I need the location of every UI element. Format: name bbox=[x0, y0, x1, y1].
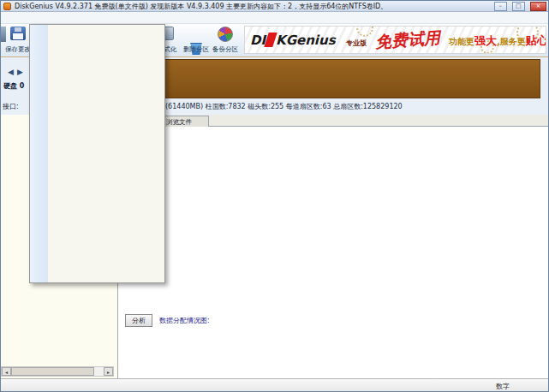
clipped-toolbar-icon[interactable] bbox=[1, 27, 6, 42]
save-changes-icon[interactable] bbox=[10, 27, 26, 40]
next-disk-arrow-icon[interactable]: ▶ bbox=[15, 68, 25, 76]
tab-browse-files[interactable]: 浏览文件 bbox=[160, 116, 209, 127]
maximize-button[interactable]: □ bbox=[512, 2, 525, 11]
backup-partition-label: 备份分区 bbox=[212, 45, 238, 54]
delete-partition-label: 删除分区 bbox=[183, 45, 209, 54]
banner-edition: 专业版 bbox=[346, 39, 367, 48]
scrollbar-thumb[interactable] bbox=[11, 367, 94, 376]
disk-label: 硬盘 0 bbox=[3, 81, 24, 91]
prev-disk-arrow-icon[interactable]: ◀ bbox=[6, 68, 15, 76]
data-allocation-label: 数据分配情况图: bbox=[159, 314, 210, 327]
status-bar: 数字 bbox=[1, 378, 548, 392]
promo-banner[interactable]: DIKGenius 专业版 免费试用 功能更强大,服务更贴心 bbox=[244, 26, 546, 54]
partition-detail-panel: 分区参数 浏览文件 分析 数据分配情况图: bbox=[118, 115, 549, 378]
menubar bbox=[1, 12, 548, 24]
analyze-button[interactable]: 分析 bbox=[125, 314, 152, 327]
diskgenius-window: DiskGenius V4.9.2.371 免费版(单文件版) 发现新版本 V4… bbox=[0, 0, 549, 392]
scroll-right-arrow-icon[interactable]: ▸ bbox=[104, 367, 113, 376]
scroll-left-arrow-icon[interactable]: ◂ bbox=[2, 367, 11, 376]
banner-slogan: 功能更强大,服务更贴心 bbox=[449, 33, 546, 49]
gear-icon bbox=[356, 26, 373, 37]
analyze-row: 分析 数据分配情况图: bbox=[118, 314, 549, 328]
tab-bar: 分区参数 浏览文件 bbox=[118, 115, 549, 127]
horizontal-scrollbar[interactable]: ◂ ▸ bbox=[1, 366, 114, 377]
title-bar: DiskGenius V4.9.2.371 免费版(单文件版) 发现新版本 V4… bbox=[1, 1, 548, 12]
close-button[interactable]: × bbox=[530, 2, 546, 11]
disk-geometry-info: (61440MB) 柱面数:7832 磁头数:255 每道扇区数:63 总扇区数… bbox=[165, 102, 403, 111]
app-icon bbox=[3, 3, 11, 10]
diskgenius-logo: DIKGenius bbox=[250, 33, 336, 48]
banner-trial-text: 免费试用 bbox=[374, 27, 441, 53]
disk-interface-label: 接口: bbox=[3, 102, 19, 111]
backup-partition-icon[interactable] bbox=[218, 27, 233, 42]
window-title: DiskGenius V4.9.2.371 免费版(单文件版) 发现新版本 V4… bbox=[15, 1, 387, 12]
window-controls: – □ × bbox=[493, 2, 546, 11]
minimize-button[interactable]: – bbox=[494, 2, 507, 11]
save-changes-label: 保存更改 bbox=[5, 45, 31, 54]
hard-disk-menu bbox=[29, 24, 165, 283]
status-right-text: 数字 bbox=[496, 382, 510, 391]
